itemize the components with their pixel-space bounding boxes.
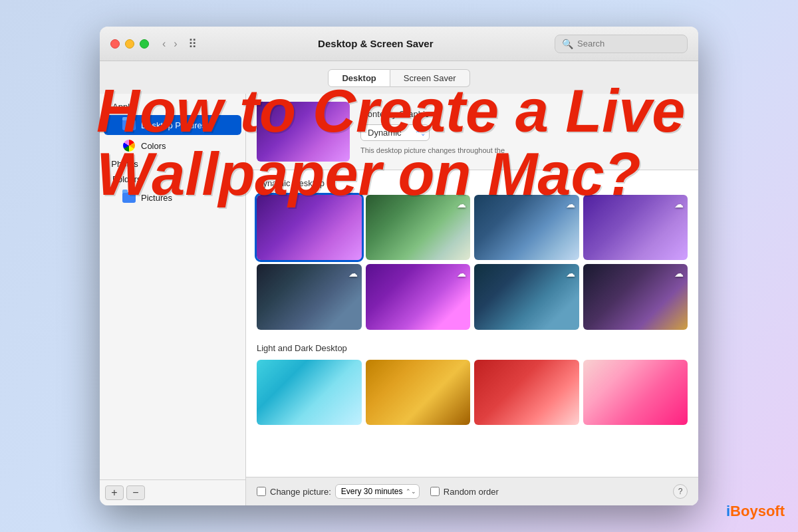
title-bar: ‹ › ⠿ Desktop & Screen Saver 🔍 (100, 27, 698, 61)
wallpaper-thumb-5[interactable]: ☁ (366, 264, 471, 329)
wallpaper-thumb-inner-4 (257, 264, 362, 329)
maximize-button[interactable] (140, 39, 149, 49)
wallpaper-thumb-10[interactable] (474, 360, 579, 425)
random-order-checkbox[interactable] (430, 487, 440, 496)
wallpaper-thumb-inner-1 (366, 195, 471, 260)
preview-wallpaper-name: Monterey Graphic (360, 109, 505, 119)
wallpaper-thumb-2[interactable]: ☁ (474, 195, 579, 260)
interval-select[interactable]: Every 30 minutes Every 5 minutes Every h… (335, 484, 420, 499)
nav-arrows: ‹ › (160, 37, 180, 51)
sidebar-section-folders-label: Folders (112, 174, 141, 184)
sidebar-item-pictures[interactable]: Pictures (104, 188, 241, 207)
wallpaper-preview (257, 102, 350, 162)
sidebar-item-colors[interactable]: Colors (104, 136, 241, 156)
sidebar-item-desktop-pictures-label: Desktop Pictures (141, 120, 206, 130)
traffic-lights (110, 39, 149, 49)
preview-image (257, 102, 350, 162)
folder-blue-icon (122, 120, 136, 130)
wallpaper-thumb-6[interactable]: ☁ (474, 264, 579, 329)
sidebar-item-desktop-pictures[interactable]: Desktop Pictures (104, 115, 241, 135)
sidebar-section-photos[interactable]: › Photos (100, 156, 245, 172)
sidebar-item-colors-label: Colors (141, 141, 166, 151)
iboysoft-brand: iBoysoft (726, 503, 785, 520)
section-light-dark-label: Light and Dark Desktop (257, 343, 688, 353)
section-dynamic-label: Dynamic Desktop (257, 178, 688, 188)
grid-scroll[interactable]: Dynamic Desktop ☁ ☁ ☁ (246, 170, 698, 477)
wallpaper-area: Monterey Graphic Dynamic Light (Still) D… (246, 94, 698, 505)
cloud-badge-3: ☁ (674, 199, 684, 209)
cloud-badge-4: ☁ (348, 268, 358, 279)
wallpaper-thumb-0[interactable] (257, 195, 362, 260)
mac-window: ‹ › ⠿ Desktop & Screen Saver 🔍 Desktop S… (100, 27, 698, 505)
wallpaper-thumb-inner-8 (257, 360, 362, 425)
change-picture-row: Change picture: Every 30 minutes Every 5… (257, 484, 420, 499)
wallpaper-thumb-1[interactable]: ☁ (366, 195, 471, 260)
change-picture-checkbox[interactable] (257, 487, 266, 496)
wallpaper-thumb-inner-10 (474, 360, 579, 425)
wallpaper-thumb-inner-9 (366, 360, 471, 425)
preview-description: This desktop picture changes throughout … (360, 146, 505, 154)
search-icon: 🔍 (562, 39, 573, 49)
wallpaper-thumb-7[interactable]: ☁ (583, 264, 688, 329)
preview-options: Monterey Graphic Dynamic Light (Still) D… (360, 109, 505, 154)
sidebar-item-pictures-label: Pictures (141, 193, 172, 203)
sidebar-section-photos-label: Photos (111, 159, 138, 169)
window-title: Desktop & Screen Saver (197, 38, 555, 49)
chevron-down-icon: ˅ (106, 103, 110, 110)
search-input[interactable] (577, 39, 680, 49)
folder-icon (122, 118, 136, 132)
preview-bar: Monterey Graphic Dynamic Light (Still) D… (246, 94, 698, 170)
wallpaper-thumb-4[interactable]: ☁ (257, 264, 362, 329)
wallpaper-thumb-inner-7 (583, 264, 688, 329)
chevron-down-icon-folders: ˅ (106, 176, 110, 183)
pictures-folder-icon (122, 191, 136, 204)
dynamic-desktop-grid: ☁ ☁ ☁ ☁ ☁ (257, 195, 688, 330)
light-dark-desktop-grid (257, 360, 688, 425)
cloud-badge-1: ☁ (457, 199, 466, 209)
wallpaper-thumb-inner-3 (583, 195, 688, 260)
search-box[interactable]: 🔍 (555, 35, 688, 53)
sidebar-section-apple[interactable]: ˅ Apple (100, 99, 245, 114)
wallpaper-thumb-9[interactable] (366, 360, 471, 425)
tab-bar: Desktop Screen Saver (100, 61, 698, 94)
cloud-badge-5: ☁ (457, 268, 466, 279)
close-button[interactable] (110, 39, 120, 49)
wallpaper-thumb-inner-0 (257, 195, 362, 260)
wallpaper-thumb-inner-2 (474, 195, 579, 260)
wallpaper-thumb-inner-5 (366, 264, 471, 329)
grid-icon[interactable]: ⠿ (188, 37, 197, 51)
sidebar: ˅ Apple Desktop Pictures Colors (100, 94, 246, 505)
main-content: ˅ Apple Desktop Pictures Colors (100, 94, 698, 505)
tab-desktop[interactable]: Desktop (328, 69, 390, 87)
wallpaper-thumb-3[interactable]: ☁ (583, 195, 688, 260)
bottom-bar: Change picture: Every 30 minutes Every 5… (246, 477, 698, 505)
back-arrow[interactable]: ‹ (160, 37, 168, 51)
sidebar-section-folders[interactable]: ˅ Folders (100, 172, 245, 187)
wallpaper-thumb-inner-6 (474, 264, 579, 329)
preview-select-row: Dynamic Light (Still) Dark (Still) (360, 124, 505, 141)
colors-wheel-icon (123, 140, 135, 152)
pictures-folder-blue-icon (122, 192, 136, 203)
cloud-badge-6: ☁ (566, 268, 575, 279)
minimize-button[interactable] (125, 39, 134, 49)
wallpaper-thumb-11[interactable] (583, 360, 688, 425)
wallpaper-thumb-inner-11 (583, 360, 688, 425)
wallpaper-thumb-8[interactable] (257, 360, 362, 425)
chevron-right-icon-photos: › (106, 160, 108, 168)
mode-select[interactable]: Dynamic Light (Still) Dark (Still) (360, 124, 430, 141)
interval-select-wrapper: Every 30 minutes Every 5 minutes Every h… (335, 484, 420, 499)
sidebar-footer: + − (100, 479, 245, 505)
random-order-label: Random order (444, 487, 499, 497)
random-order-row: Random order (430, 487, 499, 497)
mode-select-wrapper: Dynamic Light (Still) Dark (Still) (360, 124, 430, 141)
change-picture-label: Change picture: (270, 487, 331, 497)
remove-source-button[interactable]: − (126, 485, 145, 500)
brand-suffix: Boysoft (730, 503, 785, 519)
forward-arrow[interactable]: › (171, 37, 180, 51)
sidebar-section-apple-label: Apple (112, 102, 134, 112)
help-button[interactable]: ? (673, 484, 688, 499)
tab-screensaver[interactable]: Screen Saver (390, 69, 470, 87)
sidebar-inner: ˅ Apple Desktop Pictures Colors (100, 94, 245, 479)
colors-folder-icon (122, 139, 136, 152)
add-source-button[interactable]: + (105, 485, 124, 500)
